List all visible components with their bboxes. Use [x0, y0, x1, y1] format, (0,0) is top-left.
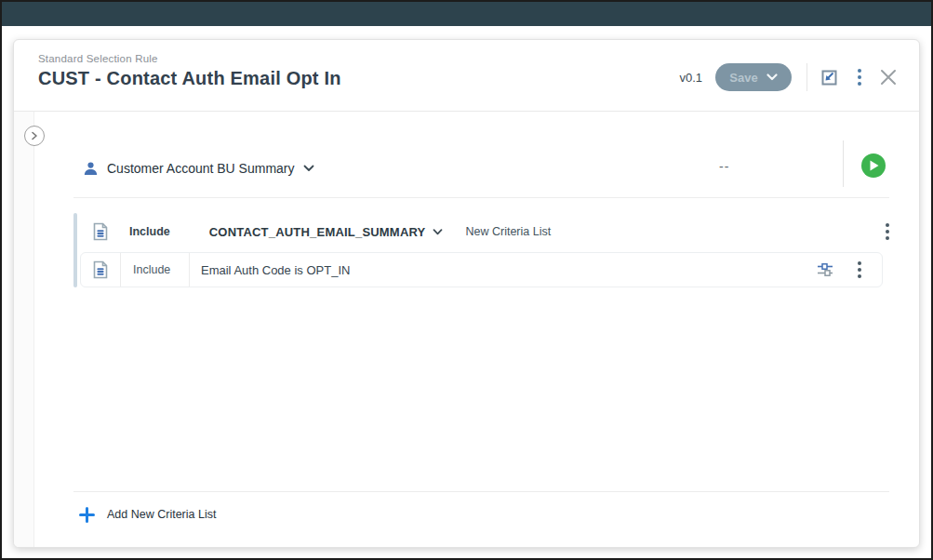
edit-note-button[interactable]	[820, 68, 839, 87]
target-name[interactable]: Customer Account BU Summary	[107, 161, 295, 176]
version-label: v0.1	[679, 71, 702, 85]
header-separator	[14, 111, 919, 112]
plus-icon	[79, 507, 95, 523]
sliders-icon	[817, 262, 833, 277]
header-menu-button[interactable]	[852, 65, 867, 89]
save-button[interactable]: Save	[715, 63, 792, 91]
criteria-list-name[interactable]: New Criteria List	[465, 225, 551, 238]
group-menu-button[interactable]	[880, 220, 895, 244]
close-button[interactable]	[878, 67, 899, 87]
chevron-down-icon	[433, 229, 443, 235]
document-icon	[92, 260, 109, 279]
add-criteria-list-button[interactable]: Add New Criteria List	[79, 501, 216, 527]
group-mode-label: Include	[129, 225, 170, 238]
cell-divider	[189, 253, 190, 287]
app-top-bar	[2, 2, 931, 26]
data-extension-select[interactable]: CONTACT_AUTH_EMAIL_SUMMARY	[209, 225, 444, 239]
play-icon	[869, 160, 879, 171]
header-actions: v0.1 Save	[679, 62, 899, 92]
chevron-down-icon[interactable]	[303, 165, 314, 172]
person-icon	[83, 161, 99, 177]
close-icon	[878, 67, 899, 87]
criteria-group-accent-bar	[73, 213, 77, 287]
play-divider	[843, 140, 844, 187]
document-icon	[92, 222, 109, 241]
page-title: CUST - Contact Auth Email Opt In	[38, 68, 341, 89]
expand-panel-button[interactable]	[24, 126, 45, 146]
section-separator	[73, 197, 889, 198]
chevron-down-icon	[766, 73, 778, 81]
collapsed-side-panel	[14, 112, 34, 547]
row-mode-label: Include	[133, 263, 178, 276]
kebab-menu-icon	[852, 258, 867, 282]
criteria-summary[interactable]: Email Auth Code is OPT_IN	[201, 263, 350, 277]
criteria-group-header: Include CONTACT_AUTH_EMAIL_SUMMARY New C…	[92, 215, 895, 248]
edit-note-icon	[820, 68, 839, 87]
bottom-separator	[73, 491, 889, 492]
add-criteria-list-label: Add New Criteria List	[107, 508, 216, 521]
rule-type-label: Standard Selection Rule	[38, 53, 158, 64]
run-button[interactable]	[861, 153, 886, 178]
chevron-right-icon	[30, 131, 39, 140]
data-extension-name: CONTACT_AUTH_EMAIL_SUMMARY	[209, 225, 426, 239]
kebab-menu-icon	[852, 65, 867, 89]
row-menu-button[interactable]	[852, 258, 867, 282]
kebab-menu-icon	[880, 220, 895, 244]
selection-rule-modal: Standard Selection Rule CUST - Contact A…	[13, 39, 920, 548]
save-button-label: Save	[729, 71, 757, 85]
cell-divider	[120, 253, 121, 287]
app-window: Standard Selection Rule CUST - Contact A…	[0, 0, 933, 560]
configure-criteria-button[interactable]	[817, 262, 833, 277]
criteria-row: Include Email Auth Code is OPT_IN	[80, 252, 883, 287]
target-data-extension-row: Customer Account BU Summary	[83, 152, 314, 185]
record-count-value: --	[719, 159, 729, 174]
header-divider	[806, 63, 807, 91]
